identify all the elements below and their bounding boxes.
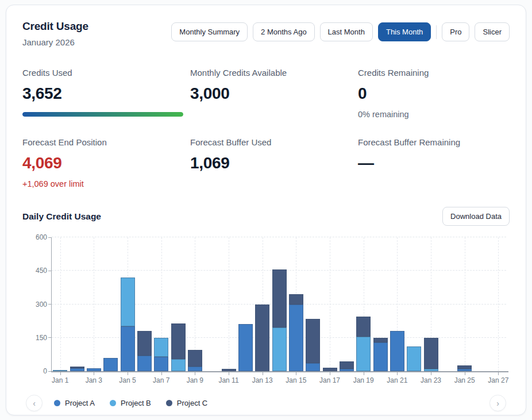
x-tick-label: Jan 15 [286,376,306,384]
x-tick-mark [60,372,61,375]
project-c-dot-icon [166,400,172,406]
y-tick-mark [48,304,51,305]
x-tick-label: Jan 5 [119,376,136,384]
tab-monthly-summary[interactable]: Monthly Summary [171,22,248,41]
x-gridline [229,237,229,371]
x-tick-label: Jan 13 [252,376,273,384]
bar-segment-project-b[interactable] [272,327,287,371]
chart-title: Daily Credit Usage [22,211,101,222]
project-a-dot-icon [54,400,60,406]
bar-segment-project-c[interactable] [289,294,303,304]
tab-slicer[interactable]: Slicer [475,22,510,41]
x-tick-label: Jan 25 [454,376,475,384]
legend-prev-button[interactable]: ‹ [26,395,43,411]
x-tick-mark [128,372,128,375]
bar-segment-project-a[interactable] [70,368,84,371]
legend-label: Project A [65,399,95,407]
bar-segment-project-a[interactable] [137,356,152,371]
bar-segment-project-b[interactable] [424,369,438,371]
legend-next-button[interactable]: › [489,395,506,411]
x-gridline [94,237,94,371]
bar-segment-project-a[interactable] [390,331,404,371]
x-tick-label: Jan 19 [353,376,374,384]
bar-segment-project-a[interactable] [306,363,320,371]
bar-segment-project-b[interactable] [407,346,421,371]
legend-label: Project B [121,399,151,407]
card-header: Credit Usage January 2026 Monthly Summar… [22,20,510,47]
tab-last-month[interactable]: Last Month [320,22,373,41]
x-tick-label: Jan 3 [86,376,102,384]
stat-forecast-end-position: Forecast End Position 4,069 +1,069 over … [22,137,190,188]
stat-monthly-credits-available: Monthly Credits Available 3,000 [190,68,358,119]
tab-this-month[interactable]: This Month [378,22,431,41]
bar-segment-project-c[interactable] [70,367,84,368]
x-tick-mark [465,372,465,375]
stat-value: 3,000 [190,84,358,103]
bar-segment-project-c[interactable] [222,369,236,371]
x-tick-mark [263,372,263,375]
bar-segment-project-c[interactable] [424,338,438,369]
x-tick-label: Jan 11 [218,376,238,384]
stat-value: 1,069 [190,154,358,172]
bar-segment-project-a[interactable] [457,369,472,371]
progress-fill [22,112,183,117]
stats-grid: Credits Used 3,652 Monthly Credits Avail… [22,68,510,188]
download-data-button[interactable]: Download Data [442,207,510,226]
bar-segment-project-c[interactable] [323,368,337,371]
stat-extra: +1,069 over limit [22,179,190,188]
bar-segment-project-a[interactable] [188,367,202,371]
bar-segment-project-b[interactable] [171,359,186,371]
period-toolbar: Monthly Summary 2 Months Ago Last Month … [171,22,510,41]
bar-segment-project-a[interactable] [154,357,168,371]
bar-segment-project-b[interactable] [154,338,168,357]
bar-segment-project-a[interactable] [373,342,388,371]
x-tick-label: Jan 21 [387,376,407,384]
x-tick-mark [94,372,94,375]
legend-item-project-b[interactable]: Project B [110,399,151,407]
bar-segment-project-a[interactable] [121,326,135,371]
tab-2-months-ago[interactable]: 2 Months Ago [253,22,315,41]
legend-label: Project C [177,399,207,407]
bar-segment-project-a[interactable] [340,369,354,371]
bar-segment-project-a[interactable] [87,368,101,371]
bar-segment-project-c[interactable] [188,350,202,367]
stat-label: Monthly Credits Available [190,68,358,78]
chart-legend-row: ‹ Project A Project B Project C › [22,395,510,411]
bar-segment-project-a[interactable] [238,324,253,371]
x-tick-label: Jan 7 [153,376,169,384]
x-tick-mark [195,372,195,375]
legend-item-project-a[interactable]: Project A [54,399,95,407]
x-tick-mark [229,372,229,375]
bar-segment-project-a[interactable] [289,305,303,372]
bar-segment-project-c[interactable] [356,317,371,337]
x-tick-mark [161,372,162,375]
bar-segment-project-a[interactable] [103,358,118,371]
x-tick-mark [397,372,398,375]
bar-segment-project-c[interactable] [137,331,152,356]
bar-segment-project-c[interactable] [272,269,287,327]
y-tick-label: 300 [23,300,47,309]
bar-segment-project-c[interactable] [255,305,269,372]
legend-item-project-c[interactable]: Project C [166,399,207,407]
y-tick-mark [48,237,51,238]
chart-section-header: Daily Credit Usage Download Data [22,207,510,226]
bar-segment-project-b[interactable] [121,278,135,326]
bar-segment-project-c[interactable] [340,361,354,369]
bar-segment-project-c[interactable] [373,338,388,342]
stat-extra: 0% remaining [358,110,510,119]
stat-forecast-buffer-used: Forecast Buffer Used 1,069 [190,137,358,188]
chart-plot-area: 0150300450600Jan 1Jan 3Jan 5Jan 7Jan 9Ja… [51,237,506,371]
bar-segment-project-c[interactable] [171,323,186,359]
tab-pro[interactable]: Pro [442,22,469,41]
stat-credits-used: Credits Used 3,652 [22,68,190,119]
bar-segment-project-b[interactable] [356,337,371,371]
stat-value: 4,069 [22,154,190,172]
x-tick-mark [296,372,296,375]
y-gridline [52,237,506,237]
title-block: Credit Usage January 2026 [22,20,88,47]
bar-segment-project-b[interactable] [53,370,67,371]
bar-segment-project-c[interactable] [457,365,472,369]
stat-label: Forecast End Position [22,137,190,147]
page-subtitle: January 2026 [22,37,88,47]
bar-segment-project-c[interactable] [306,319,320,364]
